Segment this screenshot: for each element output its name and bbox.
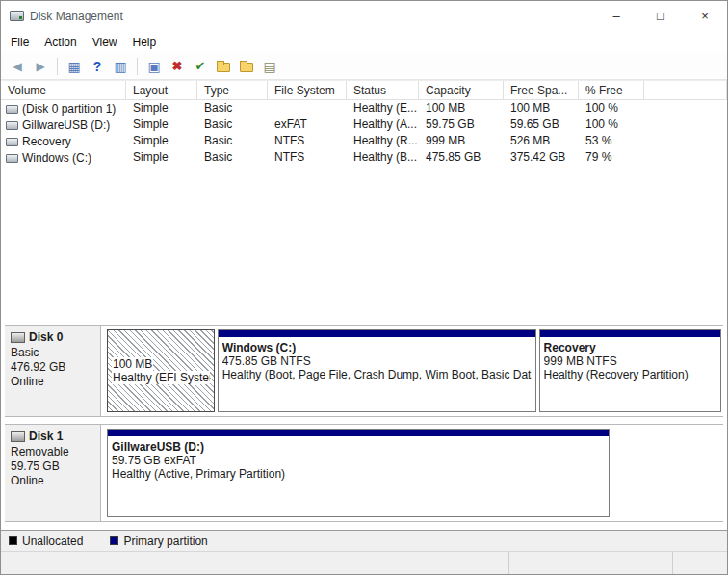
volume-name: GillwareUSB (D:) (22, 118, 110, 132)
folder-up-icon[interactable] (213, 56, 234, 77)
legend-primary-partition: Primary partition (110, 535, 207, 548)
forward-arrow-icon[interactable]: ▶ (30, 56, 51, 77)
folder-icon (217, 63, 230, 72)
partition-status: Healthy (EFI System (112, 371, 210, 384)
disk-row: Disk 0 Basic 476.92 GB Online 100 MB Hea… (5, 325, 723, 417)
volume-file-system: exFAT (268, 117, 347, 133)
menu-action[interactable]: Action (37, 33, 84, 52)
disk-size: 476.92 GB (11, 360, 94, 375)
legend-label: Primary partition (123, 535, 207, 548)
legend-label: Unallocated (22, 535, 83, 548)
properties-icon[interactable]: ▣ (143, 56, 165, 77)
volume-layout: Simple (126, 100, 197, 117)
primary-partition-strip (219, 330, 535, 337)
volume-icon (6, 105, 18, 114)
volume-capacity: 475.85 GB (419, 149, 504, 166)
partition-size: 475.85 GB NTFS (222, 354, 532, 368)
disk-name: Disk 1 (29, 430, 63, 443)
volume-file-system (268, 100, 347, 117)
partition-windows-c[interactable]: Windows (C:) 475.85 GB NTFS Healthy (Boo… (218, 329, 536, 412)
table-row[interactable]: (Disk 0 partition 1) Simple Basic Health… (1, 100, 727, 117)
toolbar-separator (137, 58, 138, 75)
partition-size: 100 MB (112, 357, 153, 371)
folder-open-icon[interactable] (236, 56, 257, 77)
column-header-free-space[interactable]: Free Spa... (504, 81, 579, 99)
table-row[interactable]: Windows (C:) Simple Basic NTFS Healthy (… (1, 149, 727, 166)
column-header-type[interactable]: Type (197, 81, 268, 99)
disk-icon (11, 431, 25, 442)
help-icon[interactable]: ? (87, 56, 108, 77)
close-button[interactable]: × (683, 1, 727, 31)
folder-icon (240, 63, 253, 72)
status-bar-panel (509, 552, 673, 574)
status-bar-panel (673, 552, 727, 574)
console-tree-icon[interactable]: ▦ (64, 56, 85, 77)
legend-bar: Unallocated Primary partition (1, 530, 727, 551)
unallocated-color-swatch (9, 536, 17, 545)
column-header-pct-free[interactable]: % Free (579, 81, 644, 99)
volume-status: Healthy (A... (347, 117, 419, 133)
volume-name: Recovery (22, 135, 71, 148)
partition-gillwareusb-d[interactable]: GillwareUSB (D:) 59.75 GB exFAT Healthy … (107, 429, 610, 517)
partition-status: Healthy (Recovery Partition) (544, 368, 716, 381)
primary-partition-color-swatch (110, 536, 118, 545)
disk-name: Disk 0 (29, 330, 63, 344)
partition-status: Healthy (Boot, Page File, Crash Dump, Wi… (222, 368, 532, 381)
volume-icon (6, 121, 18, 130)
volume-type: Basic (197, 149, 268, 166)
volume-file-system: NTFS (268, 133, 347, 149)
volume-icon (6, 154, 18, 163)
title-bar: Disk Management – □ × (1, 1, 727, 31)
volume-list: Volume Layout Type File System Status Ca… (1, 80, 727, 319)
volume-status: Healthy (B... (347, 149, 419, 166)
partition-recovery[interactable]: Recovery 999 MB NTFS Healthy (Recovery P… (539, 329, 721, 412)
list-view-icon[interactable]: ▤ (259, 56, 280, 77)
toolbar: ◀ ▶ ▦ ? ▥ ▣ ✖ ✔ ▤ (1, 53, 727, 80)
volume-pct-free: 100 % (579, 117, 644, 133)
maximize-button[interactable]: □ (638, 1, 683, 31)
column-header-file-system[interactable]: File System (268, 81, 347, 99)
status-bar-panel (1, 552, 509, 574)
check-document-icon[interactable]: ✔ (190, 56, 211, 77)
volume-free-space: 375.42 GB (504, 149, 579, 166)
volume-free-space: 100 MB (504, 100, 579, 117)
volume-free-space: 59.65 GB (504, 117, 579, 133)
table-row[interactable]: Recovery Simple Basic NTFS Healthy (R...… (1, 133, 727, 149)
volume-pct-free: 100 % (579, 100, 644, 117)
disk-icon (11, 332, 25, 343)
menu-view[interactable]: View (85, 33, 125, 52)
volume-capacity: 100 MB (419, 100, 504, 117)
column-header-layout[interactable]: Layout (126, 81, 197, 99)
menu-help[interactable]: Help (125, 33, 165, 52)
disk-0-panel[interactable]: Disk 0 Basic 476.92 GB Online (5, 326, 101, 416)
volume-type: Basic (197, 100, 268, 117)
column-header-status[interactable]: Status (347, 81, 419, 99)
graphical-view: Disk 0 Basic 476.92 GB Online 100 MB Hea… (1, 319, 727, 530)
partition-size: 59.75 GB exFAT (112, 454, 605, 467)
action-pane-icon[interactable]: ▥ (110, 56, 131, 77)
delete-icon[interactable]: ✖ (167, 56, 188, 77)
status-bar (1, 551, 727, 574)
minimize-button[interactable]: – (594, 1, 638, 31)
volume-file-system: NTFS (268, 149, 347, 166)
volume-name: Windows (C:) (22, 151, 91, 165)
disk-1-panel[interactable]: Disk 1 Removable 59.75 GB Online (5, 425, 101, 521)
disk-0-partitions: 100 MB Healthy (EFI System Windows (C:) … (101, 326, 723, 416)
primary-partition-strip (540, 330, 720, 337)
disk-status: Online (11, 474, 94, 488)
volume-type: Basic (197, 133, 268, 149)
menu-file[interactable]: File (3, 33, 37, 52)
column-header-capacity[interactable]: Capacity (419, 81, 504, 99)
volume-layout: Simple (126, 149, 197, 166)
volume-status: Healthy (E... (347, 100, 419, 117)
primary-partition-strip (108, 430, 609, 436)
volume-capacity: 999 MB (419, 133, 504, 149)
column-header-volume[interactable]: Volume (1, 81, 126, 99)
volume-capacity: 59.75 GB (419, 117, 504, 133)
volume-pct-free: 53 % (579, 133, 644, 149)
table-row[interactable]: GillwareUSB (D:) Simple Basic exFAT Heal… (1, 117, 727, 133)
volume-status: Healthy (R... (347, 133, 419, 149)
partition-efi-system[interactable]: 100 MB Healthy (EFI System (107, 329, 215, 412)
back-arrow-icon[interactable]: ◀ (7, 56, 28, 77)
column-header-filler (644, 81, 727, 99)
